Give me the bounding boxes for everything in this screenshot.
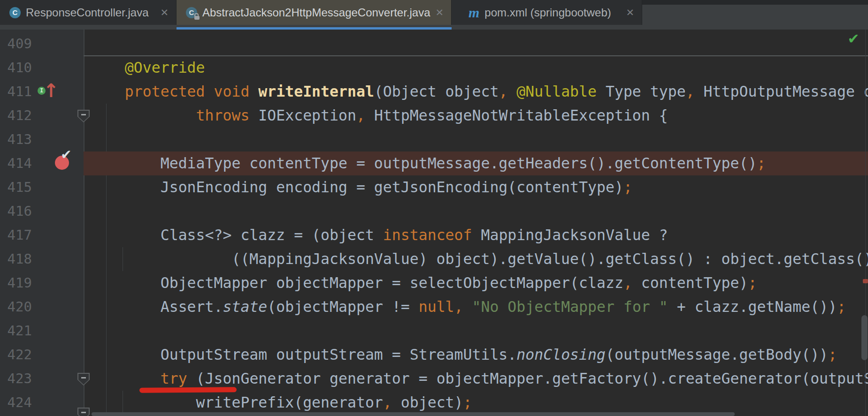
code-line-418[interactable]: ((MappingJacksonValue) object).getValue(… [84, 247, 868, 271]
line-number[interactable]: 418 [0, 247, 32, 271]
line-number[interactable]: 412 [0, 104, 32, 128]
line-number[interactable]: 419 [0, 271, 32, 295]
java-class-readonly-icon: C [186, 7, 197, 18]
line-number[interactable]: 415 [0, 175, 32, 199]
code-text: @Override [89, 56, 868, 80]
line-number[interactable]: 409 [0, 32, 32, 56]
code-text: Class<?> clazz = (object instanceof Mapp… [89, 223, 868, 247]
tab-label: AbstractJackson2HttpMessageConverter.jav… [202, 6, 430, 19]
close-icon[interactable]: ✕ [436, 8, 444, 17]
line-number[interactable]: 423 [0, 367, 32, 391]
code-text: writePrefix(generator, object); [89, 391, 868, 415]
code-line-419[interactable]: ObjectMapper objectMapper = selectObject… [84, 271, 868, 295]
close-icon[interactable]: ✕ [160, 8, 169, 17]
code-line-424[interactable]: writePrefix(generator, object); [84, 391, 868, 415]
maven-icon: m [469, 6, 479, 20]
line-number[interactable]: 411 [0, 80, 32, 104]
line-number[interactable]: 424 [0, 391, 32, 415]
code-line-422[interactable]: OutputStream outputStream = StreamUtils.… [84, 343, 868, 367]
horizontal-scrollbar-thumb[interactable] [92, 412, 735, 416]
code-text: OutputStream outputStream = StreamUtils.… [89, 343, 868, 367]
line-number[interactable]: 422 [0, 343, 32, 367]
line-number[interactable]: 416 [0, 199, 32, 223]
code-line-413[interactable] [84, 128, 868, 151]
code-text: throws IOException, HttpMessageNotWritab… [89, 104, 868, 128]
code-line-415[interactable]: JsonEncoding encoding = getJsonEncoding(… [84, 175, 868, 199]
code-line-416[interactable] [84, 199, 868, 223]
line-number[interactable]: 417 [0, 223, 32, 247]
code-line-420[interactable]: Assert.state(objectMapper != null, "No O… [84, 295, 868, 319]
java-class-icon: C [9, 7, 21, 18]
tab-response-controller[interactable]: C ResponseController.java ✕ [0, 0, 177, 25]
code-text: ObjectMapper objectMapper = selectObject… [89, 271, 868, 295]
error-stripe-mark[interactable] [863, 279, 868, 283]
fold-marker-icon[interactable] [77, 408, 90, 416]
line-number[interactable]: 413 [0, 128, 32, 151]
breakpoint-verified-check-icon: ✔ [59, 148, 73, 162]
code-rows: @Override protected void writeInternal(O… [84, 32, 868, 415]
line-number[interactable]: 414 [0, 151, 32, 175]
tab-label: ResponseController.java [26, 6, 148, 19]
overrides-arrow-icon[interactable]: ↑ [43, 81, 54, 100]
code-text: ((MappingJacksonValue) object).getValue(… [89, 247, 868, 271]
code-line-409[interactable] [84, 32, 868, 56]
code-text: JsonEncoding encoding = getJsonEncoding(… [89, 175, 868, 199]
gutter-numbers: 4094104114124134144154164174184194204214… [0, 32, 32, 415]
code-text: MediaType contentType = outputMessage.ge… [89, 151, 868, 175]
code-line-414[interactable]: MediaType contentType = outputMessage.ge… [84, 151, 868, 175]
code-line-423[interactable]: try (JsonGenerator generator = objectMap… [84, 367, 868, 391]
code-line-412[interactable]: throws IOException, HttpMessageNotWritab… [84, 104, 868, 128]
code-line-417[interactable]: Class<?> clazz = (object instanceof Mapp… [84, 223, 868, 247]
tab-pom-xml[interactable]: m pom.xml (springbootweb) ✕ [452, 0, 642, 25]
line-number[interactable]: 410 [0, 56, 32, 80]
tab-abstract-jackson2-converter[interactable]: C AbstractJackson2HttpMessageConverter.j… [177, 0, 452, 25]
code-line-410[interactable]: @Override [84, 56, 868, 80]
code-line-421[interactable] [84, 319, 868, 343]
inspections-ok-icon[interactable]: ✔ [845, 32, 862, 46]
close-icon[interactable]: ✕ [626, 8, 634, 17]
code-text: Assert.state(objectMapper != null, "No O… [89, 295, 868, 319]
vertical-scrollbar-thumb[interactable] [861, 315, 868, 360]
tab-label: pom.xml (springbootweb) [484, 6, 611, 19]
line-number[interactable]: 420 [0, 295, 32, 319]
active-tab-underline [177, 27, 452, 30]
line-number[interactable]: 421 [0, 319, 32, 343]
code-text: protected void writeInternal(Object obje… [89, 80, 868, 104]
code-line-411[interactable]: protected void writeInternal(Object obje… [84, 80, 868, 104]
